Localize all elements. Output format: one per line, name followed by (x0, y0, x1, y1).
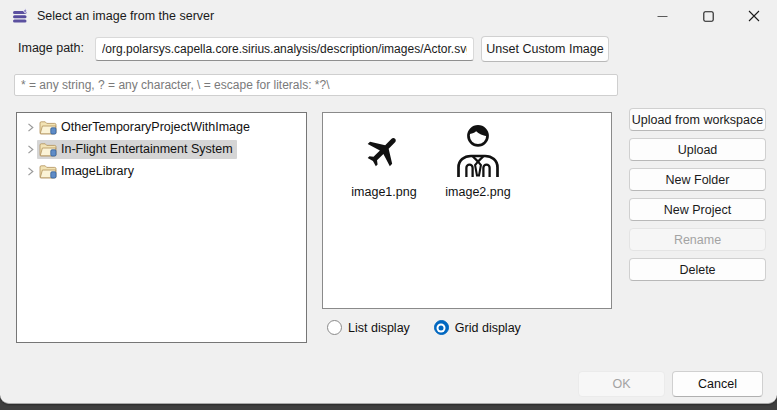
project-tree[interactable]: OtherTemporaryProjectWithImage In-Flight… (16, 112, 307, 343)
new-folder-button[interactable]: New Folder (629, 168, 766, 191)
sirius-dialog-icon (12, 8, 29, 25)
image-gallery: image1.png image2.png (322, 112, 612, 309)
delete-button[interactable]: Delete (629, 258, 766, 281)
ok-button[interactable]: OK (578, 371, 665, 397)
new-project-button[interactable]: New Project (629, 198, 766, 221)
tree-item-other-temporary-project[interactable]: OtherTemporaryProjectWithImage (17, 116, 306, 138)
minimize-button[interactable] (639, 0, 685, 32)
close-icon (748, 10, 760, 22)
title-bar: Select an image from the server (0, 0, 777, 32)
maximize-icon (703, 11, 714, 22)
image-path-label: Image path: (18, 41, 84, 55)
gallery-item-label: image1.png (351, 185, 416, 199)
gallery-item-label: image2.png (445, 185, 510, 199)
grid-display-label: Grid display (455, 321, 521, 335)
open-project-folder-icon (39, 120, 57, 135)
minimize-icon (657, 11, 668, 22)
action-buttons: Upload from workspace Upload New Folder … (629, 108, 766, 281)
tree-item-in-flight-entertainment-system[interactable]: In-Flight Entertainment System (17, 138, 306, 160)
gallery-item-image2[interactable]: image2.png (435, 121, 521, 199)
image-path-input[interactable] (95, 37, 474, 61)
open-project-folder-icon (39, 142, 57, 157)
radio-unchecked-icon[interactable] (327, 320, 342, 335)
chevron-right-icon[interactable] (23, 164, 37, 178)
filter-input[interactable] (14, 74, 618, 96)
airplane-image (353, 121, 415, 181)
list-display-radio[interactable]: List display (327, 320, 410, 335)
chevron-right-icon[interactable] (23, 142, 37, 156)
chevron-right-icon[interactable] (23, 120, 37, 134)
upload-button[interactable]: Upload (629, 138, 766, 161)
person-image (447, 121, 509, 181)
tree-item-label: In-Flight Entertainment System (61, 142, 233, 156)
open-project-folder-icon (39, 164, 57, 179)
unset-custom-image-button[interactable]: Unset Custom Image (481, 36, 609, 62)
cancel-button[interactable]: Cancel (672, 371, 763, 397)
maximize-button[interactable] (685, 0, 731, 32)
gallery-item-image1[interactable]: image1.png (341, 121, 427, 199)
upload-from-workspace-button[interactable]: Upload from workspace (629, 108, 766, 131)
select-image-dialog: Select an image from the server Image pa… (0, 0, 777, 404)
tree-item-label: OtherTemporaryProjectWithImage (61, 120, 250, 134)
display-options: List display Grid display (327, 320, 521, 335)
radio-checked-icon[interactable] (434, 320, 449, 335)
tree-item-image-library[interactable]: ImageLibrary (17, 160, 306, 182)
window-title: Select an image from the server (37, 9, 214, 23)
grid-display-radio[interactable]: Grid display (434, 320, 521, 335)
list-display-label: List display (348, 321, 410, 335)
tree-item-label: ImageLibrary (61, 164, 134, 178)
close-button[interactable] (731, 0, 777, 32)
window-controls (639, 0, 777, 32)
rename-button[interactable]: Rename (629, 228, 766, 251)
